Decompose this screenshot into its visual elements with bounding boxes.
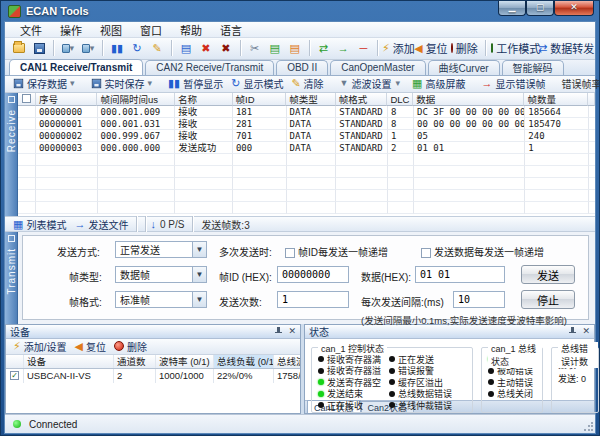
list-mode-button[interactable]: ▦列表模式 (9, 216, 70, 233)
delete-all-button[interactable]: ✖ (217, 39, 235, 57)
close-button[interactable]: ✕ (554, 1, 594, 16)
col-channels[interactable]: 通道数 (114, 355, 156, 368)
col-device[interactable]: 设备 (24, 355, 114, 368)
delete-device-button[interactable]: 删除 (448, 39, 480, 57)
close-icon[interactable]: ✕ (288, 327, 296, 336)
realtime-save-button[interactable]: 实时保存▾ (87, 75, 157, 92)
open-file-button[interactable] (10, 39, 28, 57)
menu-operation[interactable]: 操作 (51, 21, 91, 39)
data-forward-button[interactable]: ⇄数据转发 (542, 39, 590, 57)
col-bus-flow[interactable]: 总线流量 (0/1) (274, 355, 300, 368)
device-enabled-checkbox[interactable]: ✓ (10, 371, 19, 380)
chevron-down-icon: ▼ (192, 242, 206, 257)
clear-button[interactable]: ✎ (148, 39, 166, 57)
frame-type-select[interactable]: 数据帧▼ (115, 266, 207, 283)
display-mode-button[interactable]: ↻显示模式 (227, 75, 287, 92)
data-increment-checkbox[interactable]: 发送数据每发送一帧递增 (421, 244, 544, 259)
receive-sidebar[interactable]: Receive (5, 93, 18, 216)
device-row[interactable]: ✓ USBCAN-II-VS 2 1000/1000 22%/0% 1758/0 (6, 369, 300, 383)
advanced-mask-button[interactable]: ▦高级屏蔽 (408, 75, 469, 92)
tab-can1-receive-transmit[interactable]: CAN1 Receive/Transmit (9, 59, 143, 75)
copy-button[interactable]: ▤ (266, 39, 284, 57)
tab-can2-receive-transmit[interactable]: CAN2 Receive/Transmit (145, 60, 274, 75)
pause-button[interactable]: ▮▮ (108, 39, 126, 57)
start-transmit-dropdown[interactable]: ▾ (79, 39, 97, 57)
start-receive-dropdown[interactable]: ▾ (59, 39, 77, 57)
tab-strip: CAN1 Receive/Transmit CAN2 Receive/Trans… (5, 60, 595, 76)
menu-help[interactable]: 帮助 (171, 21, 211, 39)
pin-icon[interactable] (568, 327, 577, 336)
device-add-settings-button[interactable]: ⚡添加/设置 (9, 338, 71, 355)
frame-format-select[interactable]: 标准帧▼ (115, 291, 207, 308)
table-row[interactable]: 00000001000.001.031 接收281 DATASTANDARD 8… (18, 118, 595, 130)
menu-view[interactable]: 视图 (91, 21, 131, 39)
col-interval[interactable]: 帧间隔时间us (97, 93, 174, 106)
table-row[interactable]: 00000003000.000.000 发送成功000 DATASTANDARD… (18, 142, 595, 154)
stop-button[interactable]: 停止 (521, 290, 575, 309)
tab-smart-decode[interactable]: 智能解码 (502, 60, 564, 75)
col-baudrate[interactable]: 波特率 (0/1) (156, 355, 214, 368)
col-frame-id[interactable]: 帧ID (233, 93, 287, 106)
col-name[interactable]: 名称 (175, 93, 233, 106)
save-button[interactable] (30, 39, 48, 57)
clear-list-button[interactable]: ✎清除 (287, 75, 327, 92)
col-dlc[interactable]: DLC (387, 93, 413, 106)
menu-window[interactable]: 窗口 (131, 21, 171, 39)
data-hex-input[interactable] (415, 266, 505, 283)
chevron-down-icon: ▾ (70, 44, 75, 53)
remove-button[interactable]: ─ (354, 39, 372, 57)
tab-canopenmaster[interactable]: CanOpenMaster (330, 60, 425, 75)
paste-button[interactable]: ▤ (286, 39, 304, 57)
col-frame-format[interactable]: 帧格式 (336, 93, 388, 106)
col-frame-type[interactable]: 帧类型 (286, 93, 336, 106)
interval-input[interactable] (453, 291, 505, 308)
send-button[interactable]: 发送 (521, 265, 575, 284)
table-row[interactable]: 00000000000.001.009 接收181 DATASTANDARD 8… (18, 106, 595, 118)
device-delete-button[interactable]: 删除 (110, 338, 151, 355)
title-bar[interactable]: ECAN Tools ▁ ▢ ✕ (4, 1, 596, 21)
grid-icon: ▦ (13, 219, 23, 230)
save-data-button[interactable]: 保存数据▾ (9, 75, 79, 92)
delete-frame-button[interactable]: ✖ (197, 39, 215, 57)
cut-button[interactable]: ✂ (246, 39, 264, 57)
device-panel-titlebar: 设备 ✕ (6, 325, 300, 339)
refresh-button[interactable]: ↻ (128, 39, 146, 57)
reset-device-button[interactable]: ◀复位 (415, 39, 446, 57)
chevron-down-icon[interactable]: ▾ (396, 79, 401, 88)
pause-display-button[interactable]: ▮▮暂停显示 (164, 75, 227, 92)
work-mode-button[interactable]: 工作模式 (491, 39, 540, 57)
col-data[interactable]: 数据 (413, 93, 524, 106)
add-device-button[interactable]: ⚡添加 (383, 39, 413, 57)
tab-obd2[interactable]: OBD II (276, 60, 328, 75)
id-increment-checkbox[interactable]: 帧ID每发送一帧递增 (285, 244, 388, 259)
col-frame-count[interactable]: 帧数量 (524, 93, 588, 106)
col-index[interactable]: 序号 (36, 93, 98, 106)
minimize-button[interactable]: ▁ (498, 1, 526, 16)
transmit-sidebar[interactable]: Transmit (5, 232, 18, 323)
forward-button[interactable]: → (334, 39, 352, 57)
menu-language[interactable]: 语言 (211, 21, 251, 39)
data-hex-label: 数据(HEX): (361, 269, 411, 284)
select-all-checkbox[interactable] (18, 93, 36, 106)
show-error-frames-button[interactable]: →显示错误帧 (477, 75, 549, 92)
col-bus-load[interactable]: 总线负载 (0/1) (214, 355, 274, 368)
led-icon (488, 379, 494, 385)
send-mode-select[interactable]: 正常发送▼ (115, 241, 207, 258)
pin-icon[interactable] (274, 327, 283, 336)
exchange-button[interactable]: ⇄ (314, 39, 332, 57)
close-icon[interactable]: ✕ (582, 327, 590, 336)
maximize-button[interactable]: ▢ (526, 1, 554, 16)
device-reset-button[interactable]: ◀复位 (71, 338, 110, 355)
chevron-down-icon: ▼ (192, 292, 206, 307)
send-count-input[interactable] (277, 291, 349, 308)
menu-file[interactable]: 文件 (11, 21, 51, 39)
tab-curve[interactable]: 曲线Curver (428, 60, 500, 75)
clock-icon (114, 341, 124, 351)
resize-grip[interactable] (583, 421, 594, 432)
frame-id-input[interactable] (277, 266, 349, 283)
filter-settings-button[interactable]: ▼滤波设置 (336, 75, 396, 92)
send-file-button[interactable]: →发送文件 (70, 216, 132, 233)
add-frame-button[interactable]: ▤ (177, 39, 195, 57)
bolt-icon: ⚡ (382, 43, 390, 54)
table-row[interactable]: 00000002000.999.067 接收701 DATASTANDARD 1… (18, 130, 595, 142)
